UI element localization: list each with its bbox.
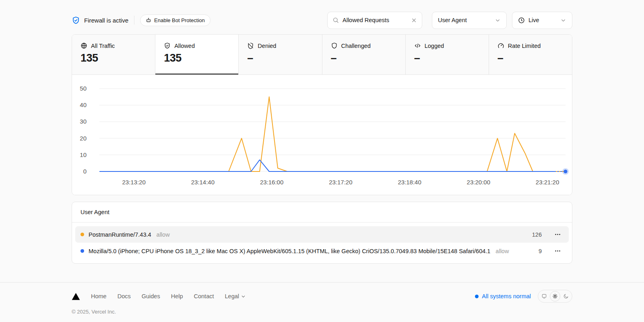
gauge-icon: [497, 42, 504, 49]
user-agent-value: PostmanRuntime/7.43.4: [89, 231, 151, 238]
ellipsis-icon: [554, 231, 561, 238]
shield-icon: [331, 42, 338, 49]
footer-link-home[interactable]: Home: [91, 293, 107, 299]
clear-search-icon[interactable]: [411, 17, 417, 23]
divider: [134, 16, 134, 25]
table-title: User Agent: [72, 202, 572, 223]
svg-text:23:16:00: 23:16:00: [260, 179, 283, 186]
tab-rate-limited[interactable]: Rate Limited –: [489, 35, 572, 75]
table-row[interactable]: PostmanRuntime/7.43.4 allow 126: [75, 226, 569, 243]
status-dot: [475, 295, 479, 298]
search-input[interactable]: Allowed Requests: [327, 12, 422, 29]
footer: Home Docs Guides Help Contact Legal All …: [0, 282, 644, 315]
chevron-down-icon: [241, 294, 246, 299]
row-menu-button[interactable]: [552, 230, 564, 239]
enable-bot-protection-button[interactable]: Enable Bot Protection: [140, 14, 211, 26]
ellipsis-icon: [554, 248, 561, 254]
vercel-logo[interactable]: [72, 293, 80, 300]
user-agent-panel: User Agent PostmanRuntime/7.43.4 allow 1…: [72, 202, 572, 264]
tab-allowed-value: 135: [164, 52, 230, 64]
theme-system-button[interactable]: [539, 291, 549, 301]
globe-icon: [80, 42, 87, 49]
footer-link-contact[interactable]: Contact: [194, 293, 214, 299]
tab-allowed[interactable]: Allowed 135: [155, 35, 239, 75]
theme-dark-button[interactable]: [561, 291, 571, 301]
table-row[interactable]: Mozilla/5.0 (iPhone; CPU iPhone OS 18_3_…: [75, 243, 569, 259]
row-menu-button[interactable]: [552, 247, 564, 255]
traffic-tabs: All Traffic 135 Allowed 135 Denied – Cha…: [72, 35, 572, 75]
topbar: Firewall is active Enable Bot Protection…: [72, 11, 572, 29]
traffic-chart[interactable]: 0102030405023:13:2023:14:4023:16:0023:17…: [72, 75, 572, 195]
action-badge: allow: [157, 231, 170, 238]
user-agent-value: Mozilla/5.0 (iPhone; CPU iPhone OS 18_3_…: [89, 248, 490, 254]
bot-protection-label: Enable Bot Protection: [154, 17, 205, 23]
search-icon: [332, 17, 339, 23]
svg-text:23:17:20: 23:17:20: [329, 179, 352, 186]
svg-text:23:13:20: 23:13:20: [122, 179, 145, 186]
svg-text:10: 10: [80, 151, 87, 158]
time-range-value: Live: [528, 17, 557, 23]
search-value: Allowed Requests: [343, 17, 407, 23]
time-range-select[interactable]: Live: [512, 12, 572, 29]
action-badge: allow: [495, 248, 509, 254]
monitor-icon: [541, 293, 547, 299]
svg-text:0: 0: [83, 168, 87, 175]
shield-off-icon: [247, 42, 254, 49]
moon-icon: [563, 293, 569, 299]
footer-link-guides[interactable]: Guides: [142, 293, 160, 299]
svg-text:40: 40: [80, 101, 87, 108]
tab-denied-value: –: [247, 52, 313, 64]
series-dot: [80, 233, 84, 236]
svg-text:30: 30: [80, 118, 87, 125]
tab-challenged[interactable]: Challenged –: [322, 35, 406, 75]
traffic-panel: All Traffic 135 Allowed 135 Denied – Cha…: [72, 34, 572, 195]
group-by-select[interactable]: User Agent: [432, 12, 507, 29]
system-status-link[interactable]: All systems normal: [475, 293, 531, 299]
code-icon: [414, 42, 421, 49]
firewall-status-label: Firewall is active: [84, 17, 128, 24]
footer-link-docs[interactable]: Docs: [118, 293, 131, 299]
svg-text:23:21:20: 23:21:20: [536, 179, 559, 186]
chevron-down-icon: [495, 17, 501, 23]
bot-icon: [146, 17, 151, 23]
series-dot: [80, 249, 84, 253]
shield-check-icon: [72, 16, 80, 25]
tab-denied[interactable]: Denied –: [239, 35, 322, 75]
svg-text:23:14:40: 23:14:40: [191, 179, 215, 186]
group-by-value: User Agent: [438, 17, 467, 23]
tab-rate-limited-value: –: [497, 52, 564, 64]
svg-text:20: 20: [80, 135, 87, 142]
firewall-page: Firewall is active Enable Bot Protection…: [72, 0, 572, 264]
copyright: © 2025, Vercel Inc.: [72, 309, 572, 315]
line-chart: 0102030405023:13:2023:14:4023:16:0023:17…: [72, 79, 572, 193]
tab-logged[interactable]: Logged –: [406, 35, 489, 75]
chevron-down-icon: [560, 17, 566, 23]
tab-challenged-value: –: [331, 52, 397, 64]
tab-logged-value: –: [414, 52, 480, 64]
footer-link-help[interactable]: Help: [171, 293, 183, 299]
request-count: 126: [532, 231, 547, 238]
svg-text:50: 50: [80, 85, 87, 92]
tab-all-traffic[interactable]: All Traffic 135: [72, 35, 155, 75]
status-label: All systems normal: [482, 293, 531, 299]
tab-all-traffic-value: 135: [80, 52, 147, 64]
footer-legal-menu[interactable]: Legal: [225, 293, 246, 299]
clock-icon: [518, 17, 525, 24]
shield-check-icon: [164, 42, 171, 49]
request-count: 9: [539, 248, 547, 254]
theme-switcher: [538, 290, 572, 303]
svg-text:23:20:00: 23:20:00: [467, 179, 490, 186]
svg-text:23:18:40: 23:18:40: [398, 179, 421, 186]
sun-icon: [552, 293, 558, 299]
theme-light-button[interactable]: [550, 291, 560, 301]
firewall-status: Firewall is active: [72, 16, 128, 25]
